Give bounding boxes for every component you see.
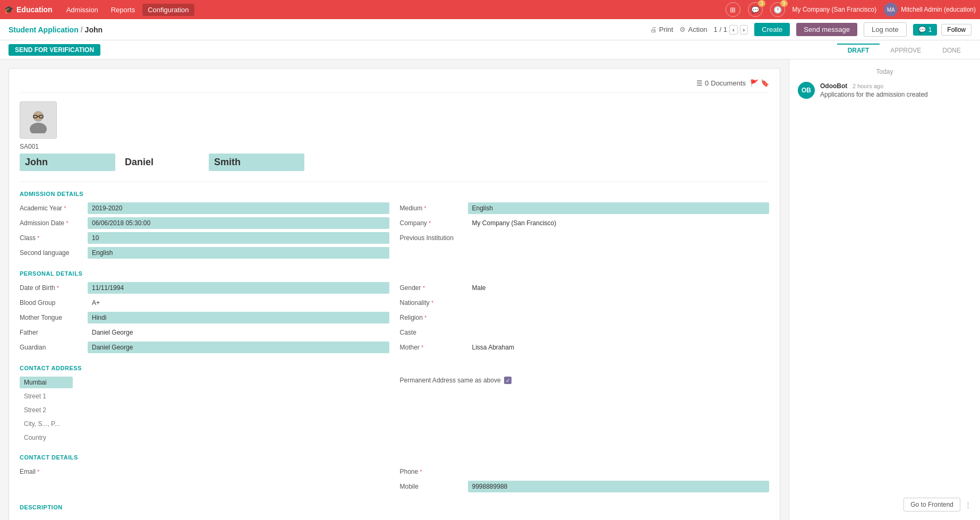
contact-details-left: Email *	[20, 466, 389, 496]
admission-details-grid: Academic Year * Admission Date * Class *…	[20, 202, 769, 262]
country-field[interactable]	[20, 432, 389, 444]
company-label: Company *	[400, 219, 464, 227]
print-label: Print	[659, 25, 674, 33]
chat-icon[interactable]: 💬 3	[748, 2, 763, 17]
follow-button[interactable]: Follow	[941, 24, 972, 36]
action-label: Action	[688, 25, 707, 33]
email-field[interactable]	[88, 466, 389, 478]
print-icon: 🖨	[650, 25, 657, 33]
pager-next[interactable]: ›	[740, 25, 748, 35]
last-name-field[interactable]	[209, 154, 304, 171]
go-to-frontend-button[interactable]: Go to Frontend	[904, 498, 960, 512]
followers-info: 💬 1 Follow	[913, 24, 972, 36]
admission-left: Academic Year * Admission Date * Class *…	[20, 202, 389, 262]
guardian-field[interactable]	[88, 342, 389, 353]
docs-count[interactable]: ☰ 0 Documents	[696, 79, 746, 87]
description-area	[20, 516, 769, 520]
middle-name-field[interactable]	[120, 154, 204, 171]
flag-red-icon[interactable]: 🚩	[750, 79, 759, 87]
home-icon[interactable]: ⊞	[726, 2, 740, 17]
dob-row: Date of Birth *	[20, 282, 389, 294]
chat-followers-icon[interactable]: 💬 1	[913, 24, 938, 36]
student-avatar[interactable]	[20, 101, 57, 139]
city-field[interactable]	[20, 377, 73, 388]
status-step-draft[interactable]: DRAFT	[837, 44, 880, 56]
guardian-label: Guardian	[20, 344, 83, 351]
first-name-field[interactable]	[20, 154, 115, 171]
class-label: Class *	[20, 234, 83, 242]
send-message-button[interactable]: Send message	[796, 23, 857, 36]
previous-institution-label: Previous Institution	[400, 234, 464, 242]
bookmark-icon[interactable]: 🔖	[761, 79, 769, 87]
mother-label: Mother *	[400, 344, 464, 351]
breadcrumb: Student Application / John	[8, 25, 103, 34]
second-language-field[interactable]	[88, 247, 389, 259]
gender-value: Male	[468, 282, 770, 294]
mobile-label: Mobile	[400, 483, 464, 490]
avatar-icon	[25, 107, 52, 133]
academic-year-row: Academic Year *	[20, 202, 389, 214]
action-dropdown[interactable]: ⚙ Action	[679, 25, 707, 33]
dob-field[interactable]	[88, 282, 389, 294]
academic-year-field[interactable]	[88, 202, 389, 214]
more-options-icon[interactable]: ⋮	[965, 501, 972, 509]
docs-bar: ☰ 0 Documents 🚩 🔖	[20, 79, 769, 93]
class-field[interactable]	[88, 232, 389, 244]
personal-right: Gender * Male Nationality * Religion * C…	[400, 282, 770, 356]
status-step-approve[interactable]: APPROVE	[880, 44, 932, 56]
student-id: SA001	[20, 143, 769, 150]
user-info[interactable]: MA Mitchell Admin (education)	[884, 3, 976, 16]
nav-item-configuration[interactable]: Configuration	[142, 4, 194, 16]
nationality-field[interactable]	[468, 297, 770, 309]
previous-institution-field[interactable]	[468, 232, 770, 244]
father-value: Daniel George	[88, 327, 389, 338]
mobile-field[interactable]	[468, 481, 770, 492]
form-card: ☰ 0 Documents 🚩 🔖	[8, 68, 780, 520]
breadcrumb-parent[interactable]: Student Application	[8, 25, 79, 34]
status-step-done[interactable]: DONE	[932, 44, 972, 56]
user-label: Mitchell Admin (education)	[901, 6, 976, 13]
create-button[interactable]: Create	[754, 23, 790, 36]
nav-item-admission[interactable]: Admission	[61, 4, 104, 16]
contact-details-right: Phone * Mobile	[400, 466, 770, 496]
pager-prev[interactable]: ‹	[729, 25, 738, 35]
street2-field[interactable]	[20, 404, 389, 416]
docs-number: 0	[705, 79, 709, 87]
religion-field[interactable]	[468, 312, 770, 323]
mother-tongue-row: Mother Tongue	[20, 312, 389, 323]
permanent-address-row: Permanent Address same as above ✓	[400, 377, 770, 384]
contact-address-right: Permanent Address same as above ✓	[400, 377, 770, 446]
street1-field[interactable]	[20, 390, 389, 402]
blood-group-label: Blood Group	[20, 299, 83, 306]
caste-field[interactable]	[468, 327, 770, 338]
top-right-icons: ⊞ 💬 3 🕐 9 My Company (San Francisco) MA …	[726, 2, 976, 17]
mother-tongue-field[interactable]	[88, 312, 389, 323]
email-row: Email *	[20, 466, 389, 478]
admission-date-field[interactable]	[88, 217, 389, 229]
medium-field[interactable]	[468, 202, 770, 214]
contact-details-grid: Email * Phone * Mobile	[20, 466, 769, 496]
permanent-address-checkbox[interactable]: ✓	[504, 377, 512, 384]
brand-logo[interactable]: 🎓 Education	[4, 5, 53, 14]
email-label: Email *	[20, 468, 83, 475]
caste-label: Caste	[400, 329, 464, 336]
religion-row: Religion *	[400, 312, 770, 323]
activity-icon[interactable]: 🕐 9	[770, 2, 785, 17]
company-info[interactable]: My Company (San Francisco)	[792, 6, 877, 13]
phone-field[interactable]	[468, 466, 770, 478]
second-language-label: Second language	[20, 249, 83, 257]
contact-address-title: CONTACT ADDRESS	[20, 365, 769, 371]
form-area: ☰ 0 Documents 🚩 🔖	[0, 59, 789, 520]
city-state-field[interactable]	[20, 418, 389, 430]
nav-item-reports[interactable]: Reports	[106, 4, 141, 16]
list-icon: ☰	[696, 79, 703, 87]
log-note-button[interactable]: Log note	[864, 22, 907, 37]
print-action[interactable]: 🖨 Print	[650, 25, 674, 33]
activity-badge: 9	[780, 0, 788, 7]
followers-count: 1	[928, 26, 932, 33]
admission-details-title: ADMISSION DETAILS	[20, 191, 769, 197]
brand-label: Education	[16, 5, 53, 14]
religion-label: Religion *	[400, 314, 464, 321]
send-verification-button[interactable]: SEND FOR VERIFICATION	[8, 44, 100, 56]
chatter-text: Applications for the admission created	[820, 91, 928, 98]
